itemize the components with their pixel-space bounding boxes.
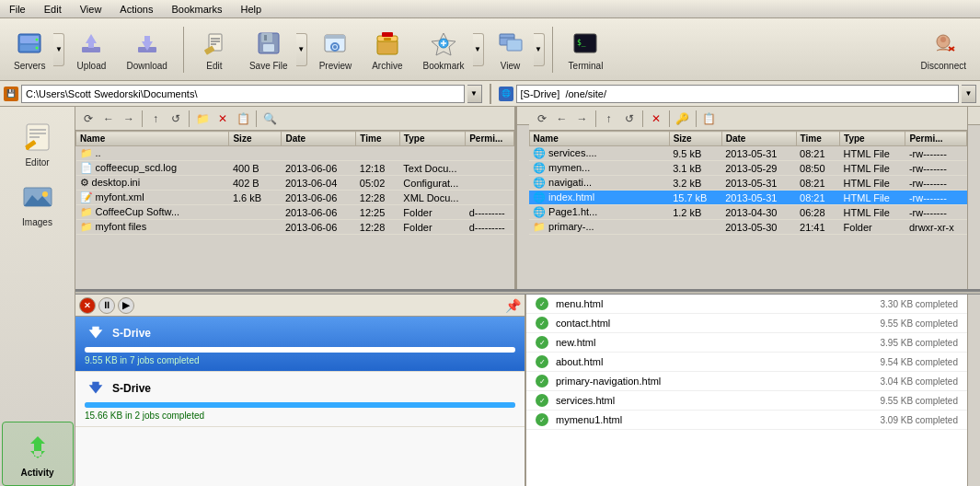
remote-path-dropdown[interactable]: ▼	[962, 85, 976, 103]
preview-button[interactable]: Preview	[311, 24, 361, 75]
table-row[interactable]: 📁 CoffeeCup Softw... 2013-06-06 12:25 Fo…	[76, 205, 514, 220]
col-time-right[interactable]: Time	[796, 132, 840, 146]
table-row[interactable]: 🌐 services.... 9.5 kB 2013-05-31 08:21 H…	[529, 146, 967, 161]
rp-back[interactable]: ←	[553, 110, 571, 128]
savefile-dropdown-arrow[interactable]: ▼	[296, 33, 307, 66]
col-size-left[interactable]: Size	[229, 132, 282, 146]
menu-help[interactable]: Help	[236, 3, 265, 16]
rp-up[interactable]: ↑	[600, 110, 618, 128]
disconnect-button[interactable]: Disconnect	[913, 24, 974, 75]
col-permi-left[interactable]: Permi...	[466, 132, 513, 146]
table-row[interactable]: 📄 coffeecup_scd.log 400 B 2013-06-06 12:…	[76, 161, 514, 176]
table-row[interactable]: 🌐 Page1.ht... 1.2 kB 2013-04-30 06:28 HT…	[529, 205, 967, 220]
table-row[interactable]: 📝 myfont.xml 1.6 kB 2013-06-06 12:28 XML…	[76, 191, 514, 205]
menu-edit[interactable]: Edit	[40, 3, 65, 16]
sidebar-editor-button[interactable]: Editor	[6, 116, 70, 171]
lp-reload[interactable]: ↺	[167, 110, 185, 128]
local-path-input[interactable]	[21, 85, 465, 103]
lp-refresh[interactable]: ⟳	[79, 110, 98, 128]
table-row[interactable]: 🌐 mymen... 3.1 kB 2013-05-29 08:50 HTML …	[529, 161, 967, 176]
file-date	[282, 146, 356, 161]
lp-new-folder[interactable]: 📁	[193, 110, 212, 128]
list-item[interactable]: ✓ new.html 3.95 KB completed	[526, 333, 967, 353]
table-row[interactable]: 🌐 navigati... 3.2 kB 2013-05-31 08:21 HT…	[529, 176, 967, 191]
right-scrollbar[interactable]	[967, 107, 980, 289]
lp-filter[interactable]: 🔍	[260, 110, 279, 128]
save-file-button[interactable]: Save File	[241, 24, 296, 75]
rp-cancel[interactable]: ✕	[647, 110, 665, 128]
upload-label: Upload	[77, 61, 107, 71]
sidebar-images-button[interactable]: Images	[6, 176, 70, 231]
table-row[interactable]: 📁 myfont files 2013-06-06 12:28 Folder d…	[76, 220, 514, 235]
file-size	[229, 220, 282, 235]
col-type-left[interactable]: Type	[399, 132, 465, 146]
rp-reload[interactable]: ↺	[620, 110, 639, 128]
table-row[interactable]: 📁 primary-... 2013-05-30 21:41 Folder dr…	[529, 220, 967, 235]
menu-view[interactable]: View	[76, 3, 106, 16]
lp-back[interactable]: ←	[99, 110, 118, 128]
view-dropdown-arrow[interactable]: ▼	[534, 33, 545, 66]
lp-delete[interactable]: ✕	[213, 110, 232, 128]
address-bar-container: 💾 ▼ 🌐 ▼	[0, 81, 980, 107]
list-item[interactable]: ✓ about.html 9.54 KB completed	[526, 353, 967, 372]
bookmark-button[interactable]: Bookmark	[415, 24, 473, 75]
download-button[interactable]: Download	[118, 24, 175, 75]
bottom-right-scrollbar[interactable]	[967, 295, 980, 486]
file-name: 📁 CoffeeCup Softw...	[76, 205, 229, 220]
transfer-item[interactable]: S-Drive 9.55 KB in 7 jobs completed	[75, 317, 525, 372]
lp-copy[interactable]: 📋	[234, 110, 252, 128]
upload-button[interactable]: Upload	[68, 24, 114, 75]
list-item[interactable]: ✓ primary-navigation.html 3.04 KB comple…	[526, 372, 967, 391]
skip-transfer-button[interactable]: ▶	[118, 297, 134, 314]
table-row[interactable]: ⚙ desktop.ini 402 B 2013-06-04 05:02 Con…	[76, 176, 514, 191]
col-type-right[interactable]: Type	[840, 132, 905, 146]
rp-refresh[interactable]: ⟳	[533, 110, 551, 128]
file-time: 08:21	[796, 176, 840, 191]
transfer-progress-fill	[85, 347, 515, 353]
pause-transfer-button[interactable]: ⏸	[98, 297, 115, 314]
file-type	[399, 146, 465, 161]
view-button-group[interactable]: View ▼	[488, 24, 545, 75]
local-path-dropdown[interactable]: ▼	[467, 85, 482, 103]
col-time-left[interactable]: Time	[356, 132, 400, 146]
menu-bookmarks[interactable]: Bookmarks	[167, 3, 225, 16]
rp-key[interactable]: 🔑	[674, 110, 692, 128]
transfer-item[interactable]: S-Drive 15.66 KB in 2 jobs completed	[75, 372, 525, 427]
view-button[interactable]: View	[488, 24, 534, 75]
servers-button-group[interactable]: Servers ▼	[6, 24, 64, 75]
col-date-left[interactable]: Date	[282, 132, 356, 146]
bookmark-dropdown-arrow[interactable]: ▼	[473, 33, 484, 66]
col-size-right[interactable]: Size	[669, 132, 721, 146]
rp-forward[interactable]: →	[573, 110, 592, 128]
sidebar-activity-button[interactable]: Activity	[2, 422, 74, 486]
list-item[interactable]: ✓ services.html 9.55 KB completed	[526, 391, 967, 411]
savefile-button-group[interactable]: Save File ▼	[241, 24, 307, 75]
list-item[interactable]: ✓ contact.html 9.55 KB completed	[526, 314, 967, 333]
bookmark-button-group[interactable]: Bookmark ▼	[415, 24, 484, 75]
menu-actions[interactable]: Actions	[116, 3, 156, 16]
left-scrollbar[interactable]	[516, 107, 529, 289]
col-name-right[interactable]: Name	[529, 132, 669, 146]
completed-files-list: ✓ menu.html 3.30 KB completed ✓ contact.…	[526, 295, 967, 486]
col-permi-right[interactable]: Permi...	[905, 132, 967, 146]
terminal-button[interactable]: $_ Terminal	[560, 24, 612, 75]
file-time: 08:50	[796, 161, 840, 176]
list-item[interactable]: ✓ mymenu1.html 3.09 KB completed	[526, 411, 967, 430]
pin-button[interactable]: 📌	[505, 298, 521, 313]
stop-transfer-button[interactable]: ✕	[79, 297, 96, 314]
list-item[interactable]: ✓ menu.html 3.30 KB completed	[526, 295, 967, 314]
lp-up[interactable]: ↑	[146, 110, 165, 128]
edit-button[interactable]: Edit	[191, 24, 237, 75]
remote-path-input[interactable]	[516, 85, 960, 103]
servers-button[interactable]: Servers	[6, 24, 53, 75]
menu-file[interactable]: File	[6, 3, 29, 16]
completed-icon: ✓	[536, 317, 548, 330]
lp-forward[interactable]: →	[120, 110, 138, 128]
table-row[interactable]: 📁 ..	[76, 146, 514, 161]
servers-dropdown-arrow[interactable]: ▼	[53, 33, 64, 66]
rp-chmod[interactable]: 📋	[700, 110, 719, 128]
col-date-right[interactable]: Date	[721, 132, 796, 146]
archive-button[interactable]: Archive	[363, 24, 410, 75]
col-name-left[interactable]: Name	[76, 132, 229, 146]
table-row[interactable]: 🌐 index.html 15.7 kB 2013-05-31 08:21 HT…	[529, 191, 967, 205]
